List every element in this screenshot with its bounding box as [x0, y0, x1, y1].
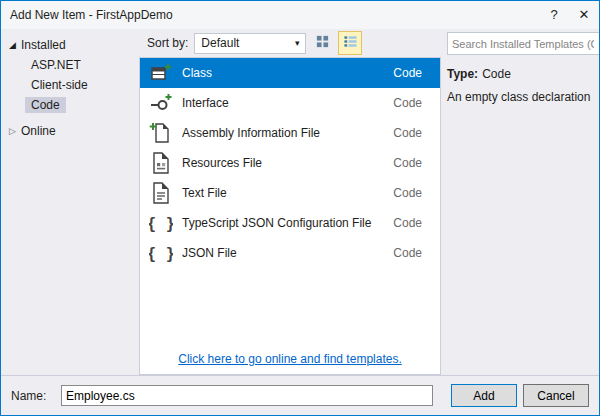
sidebar-item-label: Client-side	[25, 77, 94, 93]
template-list-pane: Sort by: Default ▾	[139, 29, 441, 375]
window-title: Add New Item - FirstAppDemo	[1, 8, 173, 22]
find-templates-link[interactable]: Click here to go online and find templat…	[178, 352, 401, 366]
tree-node-installed-label: Installed	[21, 38, 66, 52]
grid-view-icon	[315, 34, 330, 52]
assembly-information-file-icon	[148, 121, 174, 145]
template-category: Code	[393, 96, 422, 110]
template-category: Code	[393, 216, 422, 230]
typescript-json-file-icon: { }	[148, 211, 174, 235]
template-category: Code	[393, 246, 422, 260]
type-label: Type:	[447, 67, 478, 81]
dialog-content: ◢ Installed ASP.NET Client-side Code ▷ O…	[1, 29, 599, 375]
name-input[interactable]	[61, 385, 433, 406]
template-details: Type:Code An empty class declaration	[447, 67, 599, 104]
sidebar-item-client-side[interactable]: Client-side	[1, 75, 139, 95]
template-details-pane: ▾ Type:Code An empty class declaration	[441, 29, 599, 375]
sort-dropdown[interactable]: Default ▾	[194, 33, 306, 54]
expanded-arrow-icon: ◢	[9, 40, 21, 50]
sidebar-item-label: Code	[25, 97, 66, 113]
template-name: Class	[182, 66, 393, 80]
search-box: ▾	[447, 32, 599, 55]
template-item-resources-file[interactable]: Resources File Code	[140, 148, 440, 178]
tree-node-installed[interactable]: ◢ Installed	[1, 35, 139, 55]
interface-icon	[148, 91, 174, 115]
medium-icons-view-button[interactable]	[310, 31, 334, 55]
tree-node-online-label: Online	[21, 124, 56, 138]
template-category: Code	[393, 126, 422, 140]
template-name: Text File	[182, 186, 393, 200]
template-name: Interface	[182, 96, 393, 110]
sidebar-item-aspnet[interactable]: ASP.NET	[1, 55, 139, 75]
template-list: Class Code Interface Code	[139, 57, 441, 375]
tree-node-online[interactable]: ▷ Online	[1, 121, 139, 141]
add-button[interactable]: Add	[451, 384, 517, 407]
template-category-tree: ◢ Installed ASP.NET Client-side Code ▷ O…	[1, 29, 139, 375]
class-icon	[148, 61, 174, 85]
help-button[interactable]: ?	[539, 1, 569, 29]
search-input[interactable]	[448, 38, 598, 50]
svg-text:{ }: { }	[149, 244, 173, 263]
add-new-item-dialog: Add New Item - FirstAppDemo ? ✕ ◢ Instal…	[0, 0, 600, 416]
template-name: JSON File	[182, 246, 393, 260]
search-button[interactable]: ▾	[598, 33, 599, 54]
list-toolbar: Sort by: Default ▾	[139, 29, 441, 57]
cancel-button[interactable]: Cancel	[523, 384, 589, 407]
close-button[interactable]: ✕	[569, 1, 599, 29]
template-name: Assembly Information File	[182, 126, 393, 140]
list-view-button[interactable]	[338, 31, 362, 55]
template-item-typescript-json-configuration-file[interactable]: { } TypeScript JSON Configuration File C…	[140, 208, 440, 238]
online-link-row: Click here to go online and find templat…	[140, 352, 440, 366]
template-category: Code	[393, 186, 422, 200]
template-name: Resources File	[182, 156, 393, 170]
type-value: Code	[482, 67, 511, 81]
svg-text:{ }: { }	[149, 214, 173, 233]
collapsed-arrow-icon: ▷	[9, 126, 21, 136]
sidebar-item-code[interactable]: Code	[1, 95, 139, 115]
template-description: An empty class declaration	[447, 90, 599, 104]
resources-file-icon	[148, 151, 174, 175]
template-item-assembly-information-file[interactable]: Assembly Information File Code	[140, 118, 440, 148]
list-view-icon	[343, 34, 358, 52]
name-label: Name:	[11, 389, 53, 403]
template-item-class[interactable]: Class Code	[140, 58, 440, 88]
template-name: TypeScript JSON Configuration File	[182, 216, 393, 230]
chevron-down-icon: ▾	[289, 38, 305, 48]
sidebar-item-label: ASP.NET	[25, 57, 87, 73]
text-file-icon	[148, 181, 174, 205]
json-file-icon: { }	[148, 241, 174, 265]
template-item-interface[interactable]: Interface Code	[140, 88, 440, 118]
titlebar: Add New Item - FirstAppDemo ? ✕	[1, 1, 599, 29]
template-category: Code	[393, 156, 422, 170]
template-item-text-file[interactable]: Text File Code	[140, 178, 440, 208]
dialog-footer: Name: Add Cancel	[1, 375, 599, 415]
template-category: Code	[393, 66, 422, 80]
sort-dropdown-value: Default	[201, 36, 239, 50]
template-item-json-file[interactable]: { } JSON File Code	[140, 238, 440, 268]
sort-by-label: Sort by:	[147, 36, 188, 50]
